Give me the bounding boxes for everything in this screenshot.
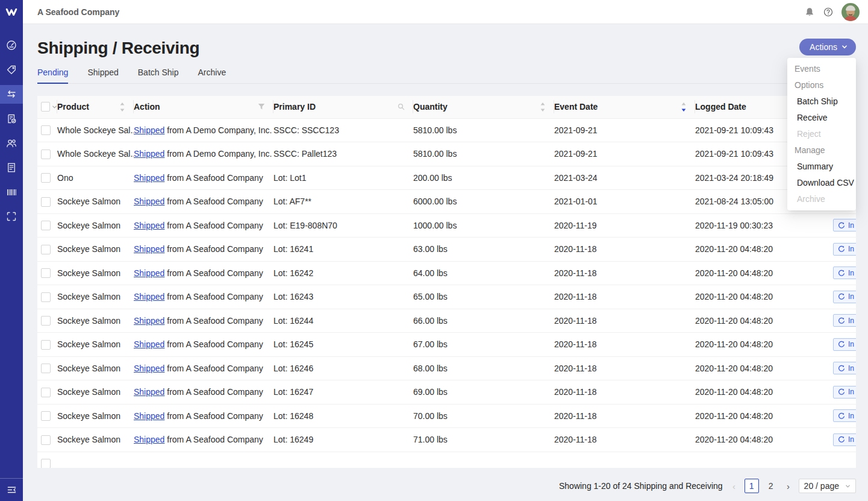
menu-item-batch-ship[interactable]: Batch Ship: [787, 93, 856, 110]
menu-item-download-csv[interactable]: Download CSV: [787, 175, 856, 191]
action-cell: Shipped from A Seafood Company: [134, 261, 273, 285]
primary-id-cell: Lot: 16249: [273, 428, 413, 452]
row-checkbox[interactable]: [41, 173, 51, 183]
table-row: Sockeye Salmon Shipped from A Seafood Co…: [37, 428, 856, 452]
row-checkbox[interactable]: [41, 197, 51, 207]
status-cell: In Progress: [833, 333, 856, 357]
sidebar-item-shipping-receiving[interactable]: [0, 82, 23, 107]
shipped-link[interactable]: Shipped: [134, 411, 164, 421]
menu-item-archive: Archive: [787, 191, 856, 207]
product-cell: Sockeye Salmon: [57, 238, 134, 262]
row-checkbox[interactable]: [41, 459, 51, 468]
row-checkbox[interactable]: [41, 292, 51, 302]
page-title: Shipping / Receiving: [37, 39, 199, 58]
sidebar-item-tags[interactable]: [0, 58, 23, 83]
row-checkbox[interactable]: [41, 316, 51, 326]
logged-date-cell: 2020-11-19 00:30:23: [695, 213, 833, 238]
select-all-checkbox[interactable]: [41, 102, 50, 112]
shipping-table: Product Action Primary ID: [37, 96, 856, 468]
shipped-link[interactable]: Shipped: [134, 435, 164, 444]
menu-item-receive[interactable]: Receive: [787, 110, 856, 126]
sidebar-item-inventory[interactable]: [0, 107, 23, 131]
shipped-link[interactable]: Shipped: [134, 316, 164, 326]
status-badge: In Progress: [833, 386, 856, 399]
column-header-product[interactable]: Product: [57, 96, 134, 118]
product-cell: Sockeye Salmon: [57, 309, 134, 333]
help-icon[interactable]: [823, 7, 834, 17]
tab-batch-ship[interactable]: Batch Ship: [138, 68, 179, 83]
shipped-link[interactable]: Shipped: [134, 197, 164, 206]
search-icon[interactable]: [398, 103, 405, 110]
page-number-2[interactable]: 2: [764, 479, 778, 493]
row-checkbox[interactable]: [41, 150, 51, 159]
action-cell: Shipped from A Seafood Company: [134, 238, 273, 262]
previous-page-button[interactable]: ‹: [729, 479, 740, 493]
column-header-action[interactable]: Action: [134, 96, 273, 118]
sidebar-item-scan[interactable]: [0, 204, 23, 229]
sorter-icon-descending-active[interactable]: [681, 102, 687, 112]
column-header-event-date[interactable]: Event Date: [554, 96, 695, 118]
logged-date-cell: 2020-11-20 04:48:20: [695, 404, 833, 428]
user-avatar[interactable]: [841, 3, 860, 21]
action-cell: Shipped from A Demo Company, Inc.: [134, 142, 273, 166]
tab-archive[interactable]: Archive: [198, 68, 226, 83]
sync-icon: [838, 269, 845, 277]
sidebar-collapse-button[interactable]: [0, 478, 23, 501]
sidebar-item-barcode[interactable]: [0, 180, 23, 205]
sidebar-item-partners[interactable]: [0, 131, 23, 156]
next-page-button[interactable]: ›: [783, 479, 794, 493]
product-cell: Sockeye Salmon: [57, 380, 134, 405]
shipped-link[interactable]: Shipped: [134, 173, 164, 183]
row-checkbox[interactable]: [41, 340, 51, 350]
sorter-icon[interactable]: [119, 102, 125, 112]
column-header-quantity[interactable]: Quantity: [413, 96, 554, 118]
actions-button[interactable]: Actions: [799, 39, 856, 55]
forms-icon: [6, 162, 17, 173]
menu-fold-icon: [7, 485, 17, 495]
shipped-link[interactable]: Shipped: [134, 364, 164, 373]
row-checkbox[interactable]: [41, 125, 51, 135]
column-header-primary-id[interactable]: Primary ID: [273, 96, 413, 118]
selection-menu-chevron-icon[interactable]: [52, 104, 57, 110]
row-checkbox[interactable]: [41, 245, 51, 254]
sidebar-item-forms[interactable]: [0, 156, 23, 180]
shipped-link[interactable]: Shipped: [134, 221, 164, 230]
shipped-link[interactable]: Shipped: [134, 244, 164, 254]
row-checkbox[interactable]: [41, 411, 51, 421]
action-cell: Shipped from A Seafood Company: [134, 285, 273, 309]
row-checkbox[interactable]: [41, 221, 51, 230]
menu-item-summary[interactable]: Summary: [787, 159, 856, 175]
sidebar-item-dashboard[interactable]: [0, 33, 23, 58]
shipped-link[interactable]: Shipped: [134, 387, 164, 397]
shipped-link[interactable]: Shipped: [134, 339, 164, 349]
pagination-summary: Showing 1-20 of 24 Shipping and Receivin…: [559, 481, 723, 491]
wholechain-logo-icon: [2, 4, 20, 20]
primary-id-cell: Lot: 16248: [273, 404, 413, 428]
shipped-link[interactable]: Shipped: [134, 268, 164, 278]
primary-id-cell: SSCC: Pallet123: [273, 142, 413, 166]
shipped-link[interactable]: Shipped: [134, 125, 164, 135]
company-name: A Seafood Company: [37, 7, 119, 17]
filter-icon[interactable]: [258, 103, 265, 110]
product-cell: Sockeye Salmon: [57, 213, 134, 238]
quantity-cell: 5810.00 lbs: [413, 142, 554, 166]
status-badge: In Progress: [833, 291, 856, 303]
shipped-link[interactable]: Shipped: [134, 292, 164, 301]
table-row-partial: [37, 452, 856, 468]
page-size-select[interactable]: 20 / page: [799, 479, 856, 493]
sync-icon: [838, 293, 845, 300]
page-number-1[interactable]: 1: [745, 479, 759, 493]
status-cell: In Progress: [833, 380, 856, 405]
row-checkbox[interactable]: [41, 435, 51, 445]
tab-pending[interactable]: Pending: [37, 68, 68, 83]
notifications-bell-icon[interactable]: [804, 7, 815, 17]
table-row: Sockeye Salmon Shipped from A Seafood Co…: [37, 285, 856, 309]
shipped-link[interactable]: Shipped: [134, 149, 164, 159]
sorter-icon[interactable]: [540, 102, 546, 112]
status-badge: In Progress: [833, 314, 856, 327]
sync-icon: [838, 245, 845, 253]
row-checkbox[interactable]: [41, 364, 51, 373]
tab-shipped[interactable]: Shipped: [87, 68, 118, 83]
row-checkbox[interactable]: [41, 268, 51, 278]
row-checkbox[interactable]: [41, 388, 51, 397]
